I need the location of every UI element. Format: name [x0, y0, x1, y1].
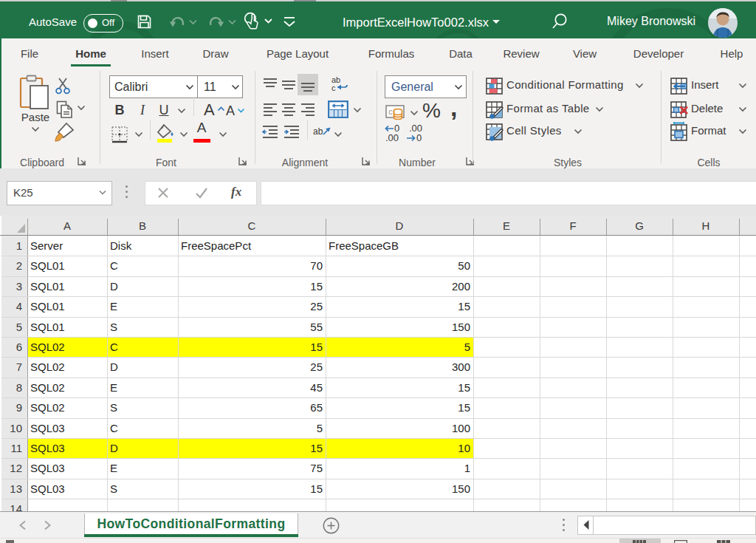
- svg-text:c: c: [331, 83, 336, 92]
- svg-text:ab: ab: [313, 126, 323, 137]
